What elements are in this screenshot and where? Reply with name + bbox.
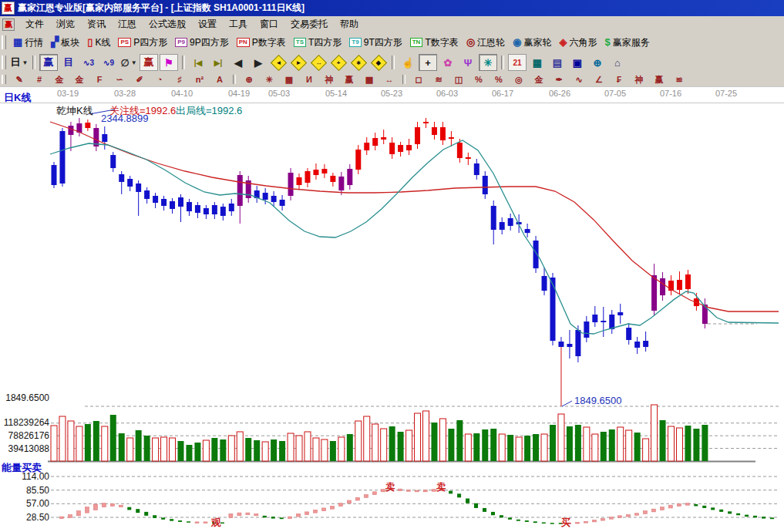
period-daily-dropdown[interactable]: 日▼ — [10, 54, 29, 71]
chart-canvas[interactable]: 观卖卖买 — [0, 86, 784, 532]
save-button[interactable]: ▣ — [568, 54, 587, 71]
quotes-button[interactable]: ▦行情 — [12, 35, 45, 50]
f-grid-tool[interactable]: F — [89, 72, 109, 86]
grid-star-tool[interactable]: ▦ — [279, 72, 299, 86]
mind-tool-button[interactable]: Ψ — [459, 54, 477, 71]
volume-bar — [626, 430, 632, 461]
winner-wheel-button[interactable]: ◉赢家轮 — [511, 35, 553, 50]
gold-sect-tool[interactable]: 金 — [529, 72, 549, 86]
gann-red-button[interactable]: 赢 — [140, 54, 158, 71]
menu-item-0[interactable]: 文件 — [19, 16, 50, 32]
toolbar-grip[interactable] — [2, 56, 6, 69]
candle-body — [263, 193, 268, 200]
menu-item-9[interactable]: 帮助 — [334, 16, 365, 32]
diamond-left-button[interactable]: ◄ — [269, 54, 288, 71]
density-tool[interactable]: ♯ — [170, 72, 190, 86]
ying-grid-tool[interactable]: 赢 — [339, 72, 359, 86]
info-view-button[interactable]: 目 — [59, 54, 78, 71]
workstation-button[interactable]: ⌂ — [608, 54, 627, 71]
menu-item-6[interactable]: 工具 — [223, 16, 254, 32]
hatch-tool[interactable]: # — [29, 72, 49, 86]
time-circle-tool[interactable]: ◔ — [150, 72, 170, 86]
terrace-tool[interactable]: ≌ — [669, 72, 689, 86]
candle-body — [474, 163, 479, 175]
diamond-hspan-button[interactable]: ↔ — [309, 54, 328, 71]
cycle-dropdown[interactable]: ∅▼ — [119, 54, 138, 71]
sectors-button-icon: ▞ — [51, 37, 59, 48]
prev-button[interactable]: ◀ — [229, 54, 247, 71]
volume-bar — [702, 425, 708, 461]
t9-square-button[interactable]: T99T四方形 — [348, 35, 403, 50]
gold-ring-tool[interactable]: ◎ — [509, 72, 529, 86]
menu-item-8[interactable]: 交易委托 — [284, 16, 334, 32]
sectors-button[interactable]: ▞板块 — [49, 35, 81, 50]
menu-item-3[interactable]: 江恩 — [112, 16, 143, 32]
ray-fan-tool[interactable]: ≋ — [429, 72, 449, 86]
kline-button-label: K线 — [95, 36, 110, 49]
kline-button[interactable]: ▯K线 — [86, 35, 112, 50]
brush-tool[interactable]: ✐ — [130, 72, 150, 86]
percent-box-tool[interactable]: ◫ — [449, 72, 469, 86]
brain-tool-button[interactable]: ✳ — [479, 54, 497, 71]
last-page-button[interactable]: ▶| — [209, 54, 227, 71]
p9-square-button[interactable]: P99P四方形 — [173, 35, 230, 50]
star-web-tool[interactable]: ✳ — [259, 72, 279, 86]
menu-item-4[interactable]: 公式选股 — [143, 16, 192, 32]
percent-line-tool[interactable]: % — [489, 72, 509, 86]
menu-item-1[interactable]: 浏览 — [50, 16, 81, 32]
t-number-button[interactable]: TNT数字表 — [409, 35, 460, 50]
menu-item-2[interactable]: 资讯 — [81, 16, 112, 32]
wave3-button[interactable]: ∿3 — [79, 54, 98, 71]
first-page-button[interactable]: |◀ — [189, 54, 207, 71]
indicator-bar — [161, 517, 165, 519]
gann-wheel-button[interactable]: ◎江恩轮 — [465, 35, 506, 50]
p-square-button[interactable]: PSP四方形 — [116, 35, 169, 50]
toolbar-grip[interactable] — [2, 75, 6, 85]
draw-pen-tool[interactable]: ✎ — [9, 72, 29, 86]
crosshair-tool-button[interactable]: + — [419, 54, 437, 71]
p-number-button[interactable]: PNP数字表 — [235, 35, 288, 50]
box-frame-tool[interactable]: ◻ — [409, 72, 429, 86]
hand-tool-button[interactable]: ☝ — [399, 54, 417, 71]
gann-circle-tool[interactable]: ⊕ — [239, 72, 259, 86]
toolbar-separator — [501, 56, 504, 69]
notes-button[interactable]: ▤ — [548, 54, 567, 71]
f-angle-tool[interactable]: ₣ — [609, 72, 629, 86]
n-square-tool[interactable]: n² — [190, 72, 210, 86]
gold-grid-tool[interactable]: 金 — [49, 72, 69, 86]
matrix-tool[interactable]: ▩ — [359, 72, 379, 86]
shen-grid-tool[interactable]: 神 — [319, 72, 339, 86]
hexagon-button[interactable]: ◈六角形 — [557, 35, 598, 50]
calendar-button[interactable]: 21 — [508, 54, 527, 71]
toolbar-grip[interactable] — [2, 35, 6, 49]
diamond-plus-button[interactable]: + — [329, 54, 348, 71]
candle-body — [161, 199, 167, 206]
menu-item-5[interactable]: 设置 — [192, 16, 223, 32]
ink-angle-tool[interactable]: ✒ — [549, 72, 569, 86]
span-tool[interactable]: ↔ — [379, 72, 399, 86]
web-data-button[interactable]: ⊕ — [588, 54, 607, 71]
swing-tool[interactable]: И — [299, 72, 319, 86]
indicator-bar — [449, 491, 453, 494]
volume-bar — [220, 439, 226, 461]
t-square-button[interactable]: TST四方形 — [292, 35, 344, 50]
ying-line-tool[interactable]: 赢 — [649, 72, 669, 86]
angle-a-tool[interactable]: A — [210, 72, 230, 86]
shen-line-tool[interactable]: 神 — [629, 72, 649, 86]
tags-tool-button[interactable]: ✿ — [439, 54, 457, 71]
calculator-button[interactable]: ▦ — [528, 54, 547, 71]
diamond-right-button[interactable]: ► — [289, 54, 308, 71]
wave-line-tool[interactable]: ∿ — [569, 72, 589, 86]
percent-tool[interactable]: % — [469, 72, 489, 86]
next-button[interactable]: ▶ — [249, 54, 268, 71]
menu-item-7[interactable]: 窗口 — [254, 16, 284, 32]
rise-angle-tool[interactable]: ∠ — [589, 72, 609, 86]
wave9-button[interactable]: ∿9 — [99, 54, 118, 71]
gold-line-tool[interactable]: 金 — [69, 72, 89, 86]
winner-service-button[interactable]: $赢家服务 — [603, 35, 651, 50]
color-chart-button[interactable]: ⚑ — [160, 54, 178, 71]
diamond-expand-button[interactable]: ∗ — [349, 54, 368, 71]
spiral-tool[interactable]: ∽ — [109, 72, 130, 86]
winner-chart-button[interactable]: 赢 — [39, 54, 58, 71]
diamond-full-button[interactable]: ◆ — [369, 54, 388, 71]
